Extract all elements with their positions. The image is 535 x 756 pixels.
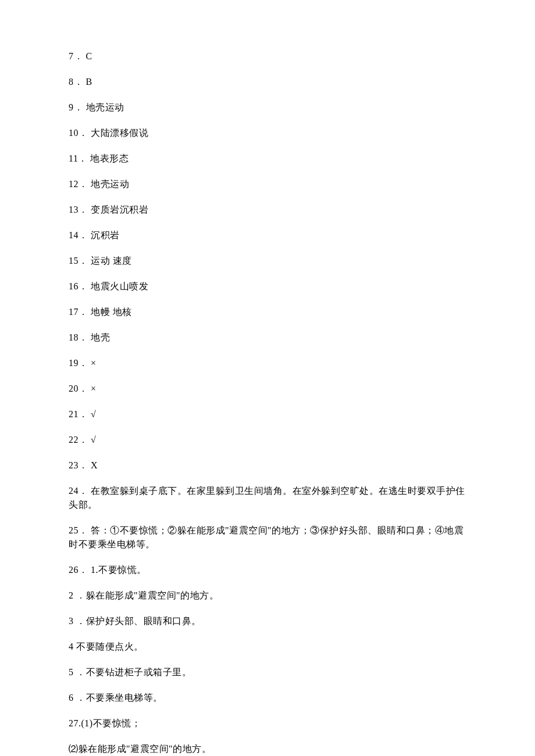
answer-26-sub-2: 2 ．躲在能形成"避震空间"的地方。	[69, 589, 466, 603]
answer-15: 15． 运动 速度	[69, 254, 466, 268]
document-page: 7． C 8． B 9． 地壳运动 10． 大陆漂移假说 11． 地表形态 12…	[0, 0, 535, 756]
answer-13: 13． 变质岩沉积岩	[69, 203, 466, 217]
answer-8: 8． B	[69, 75, 466, 89]
answer-26-sub-4: 4 不要随便点火。	[69, 640, 466, 654]
answer-18: 18． 地壳	[69, 331, 466, 345]
answer-26-sub-5: 5 ．不要钻进柜子或箱子里。	[69, 665, 466, 679]
answer-19: 19． ×	[69, 356, 466, 370]
answer-20: 20． ×	[69, 382, 466, 396]
answer-25: 25． 答：①不要惊慌；②躲在能形成"避震空间"的地方；③保护好头部、眼睛和口鼻…	[69, 524, 466, 551]
answer-7: 7． C	[69, 49, 466, 63]
answer-22: 22． √	[69, 433, 466, 447]
answer-27: 27.(1)不要惊慌；	[69, 716, 466, 730]
answer-26-sub-6: 6 ．不要乘坐电梯等。	[69, 691, 466, 705]
answer-26: 26． 1.不要惊慌。	[69, 563, 466, 577]
answer-26-sub-3: 3 ．保护好头部、眼睛和口鼻。	[69, 614, 466, 628]
answer-12: 12． 地壳运动	[69, 177, 466, 191]
answer-23: 23． X	[69, 458, 466, 472]
answer-27-sub-2: ⑵躲在能形成"避震空间"的地方。	[69, 742, 466, 756]
answer-16: 16． 地震火山喷发	[69, 280, 466, 293]
answer-11: 11． 地表形态	[69, 152, 466, 166]
answer-24: 24． 在教室躲到桌子底下。在家里躲到卫生间墙角。在室外躲到空旷处。在逃生时要双…	[69, 484, 466, 512]
answer-21: 21． √	[69, 407, 466, 421]
answer-17: 17． 地幔 地核	[69, 305, 466, 319]
answer-10: 10． 大陆漂移假说	[69, 126, 466, 140]
answer-9: 9． 地壳运动	[69, 101, 466, 114]
answer-14: 14． 沉积岩	[69, 228, 466, 242]
